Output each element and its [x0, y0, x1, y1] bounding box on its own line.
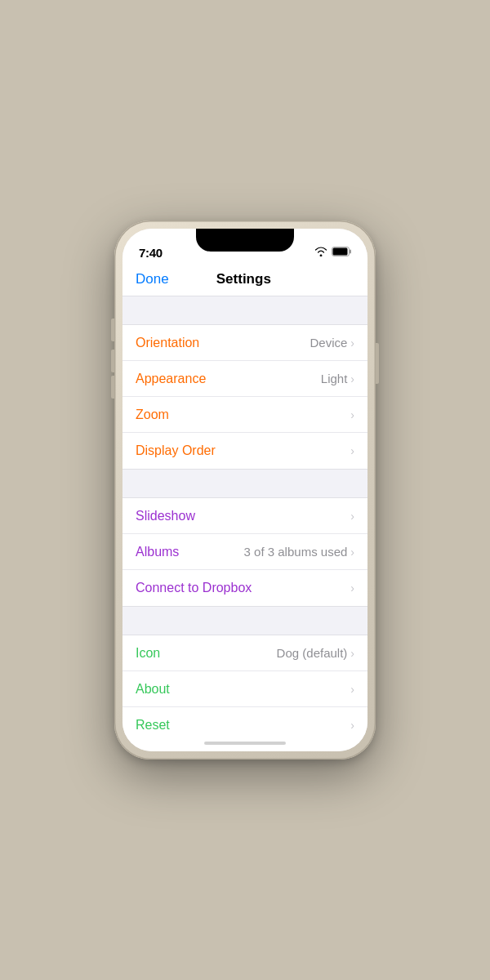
albums-value: 3 of 3 albums used [244, 545, 348, 559]
notch [196, 229, 294, 252]
slideshow-row[interactable]: Slideshow › [122, 498, 368, 534]
home-indicator [122, 735, 368, 751]
appearance-value-container: Light › [321, 372, 354, 385]
reset-row[interactable]: Reset › [122, 707, 368, 735]
media-section: Slideshow › Albums 3 of 3 albums used › … [122, 497, 368, 607]
display-order-chevron: › [350, 444, 354, 457]
reset-chevron: › [350, 719, 354, 732]
albums-label: Albums [136, 545, 179, 559]
page-title: Settings [216, 271, 271, 287]
zoom-chevron: › [350, 408, 354, 421]
content-area: Orientation Device › Appearance Light › … [122, 296, 368, 735]
slideshow-label: Slideshow [136, 509, 195, 523]
gap-1 [122, 296, 368, 324]
zoom-value-container: › [350, 408, 354, 421]
orientation-chevron: › [350, 336, 354, 350]
svg-rect-2 [333, 248, 348, 256]
albums-chevron: › [350, 546, 354, 559]
appearance-value: Light [321, 372, 348, 385]
gap-2 [122, 470, 368, 497]
status-icons [314, 245, 351, 260]
display-order-label: Display Order [136, 443, 216, 458]
display-order-row[interactable]: Display Order › [122, 433, 368, 469]
dropbox-value-container: › [350, 581, 354, 595]
about-value-container: › [350, 683, 354, 696]
icon-label: Icon [136, 646, 160, 661]
done-button[interactable]: Done [136, 271, 169, 287]
orientation-value-container: Device › [310, 336, 354, 350]
icon-value: Dog (default) [277, 646, 348, 660]
about-chevron: › [350, 683, 354, 696]
phone-shell: 7:40 [114, 220, 376, 760]
battery-icon [332, 245, 351, 260]
dropbox-row[interactable]: Connect to Dropbox › [122, 570, 368, 606]
status-time: 7:40 [139, 246, 163, 260]
svg-rect-1 [350, 250, 351, 254]
orientation-label: Orientation [136, 336, 199, 350]
nav-bar: Done Settings [122, 265, 368, 296]
zoom-row[interactable]: Zoom › [122, 397, 368, 433]
slideshow-value-container: › [350, 510, 354, 523]
display-section: Orientation Device › Appearance Light › … [122, 324, 368, 470]
screen: 7:40 [122, 229, 368, 751]
dropbox-chevron: › [350, 581, 354, 595]
app-section: Icon Dog (default) › About › Reset › [122, 635, 368, 735]
appearance-label: Appearance [136, 372, 206, 386]
home-bar [204, 742, 286, 745]
zoom-label: Zoom [136, 408, 169, 422]
albums-row[interactable]: Albums 3 of 3 albums used › [122, 534, 368, 570]
icon-row[interactable]: Icon Dog (default) › [122, 635, 368, 671]
reset-value-container: › [350, 719, 354, 732]
icon-chevron: › [350, 647, 354, 660]
display-order-value-container: › [350, 444, 354, 457]
orientation-value: Device [310, 336, 347, 350]
albums-value-container: 3 of 3 albums used › [244, 545, 354, 559]
orientation-row[interactable]: Orientation Device › [122, 325, 368, 361]
about-row[interactable]: About › [122, 671, 368, 707]
about-label: About [136, 682, 170, 697]
reset-label: Reset [136, 718, 170, 733]
slideshow-chevron: › [350, 510, 354, 523]
appearance-chevron: › [350, 372, 354, 385]
status-bar: 7:40 [122, 229, 368, 265]
gap-3 [122, 607, 368, 635]
icon-value-container: Dog (default) › [277, 646, 354, 660]
appearance-row[interactable]: Appearance Light › [122, 361, 368, 397]
wifi-icon [314, 245, 327, 260]
dropbox-label: Connect to Dropbox [136, 581, 252, 595]
